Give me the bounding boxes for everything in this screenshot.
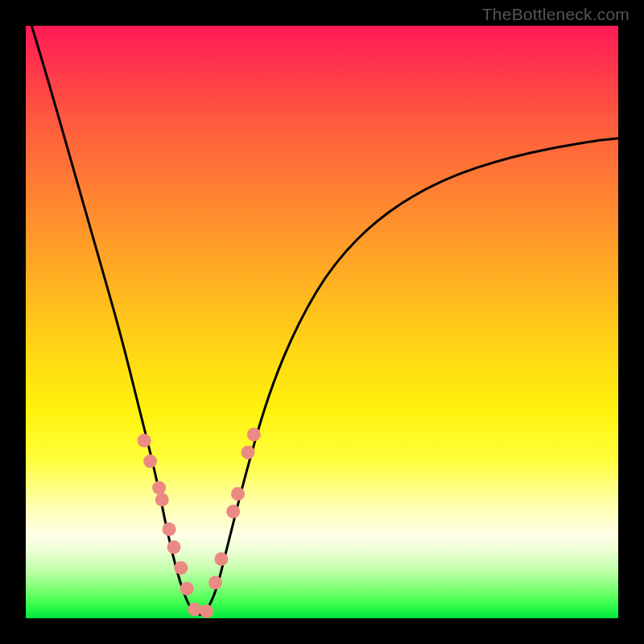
svg-point-2	[152, 481, 166, 495]
svg-point-8	[188, 602, 201, 616]
svg-point-10	[208, 576, 222, 589]
curve-left-branch	[31, 26, 203, 615]
svg-point-9	[200, 605, 213, 618]
svg-point-11	[214, 552, 228, 566]
svg-point-1	[143, 454, 157, 468]
svg-point-3	[155, 493, 169, 506]
chart-svg	[26, 26, 618, 618]
svg-point-7	[180, 582, 194, 596]
svg-point-4	[163, 522, 176, 536]
chart-frame: TheBottleneck.com	[0, 0, 644, 644]
svg-point-13	[231, 487, 245, 501]
svg-point-12	[226, 505, 240, 518]
svg-point-6	[174, 561, 188, 575]
svg-point-0	[138, 434, 151, 448]
scatter-dots	[138, 427, 261, 617]
svg-point-5	[167, 540, 181, 554]
curve-right-branch	[204, 138, 618, 615]
svg-point-14	[242, 445, 255, 459]
plot-area	[26, 26, 618, 618]
watermark-text: TheBottleneck.com	[482, 5, 630, 24]
svg-point-15	[247, 427, 261, 441]
